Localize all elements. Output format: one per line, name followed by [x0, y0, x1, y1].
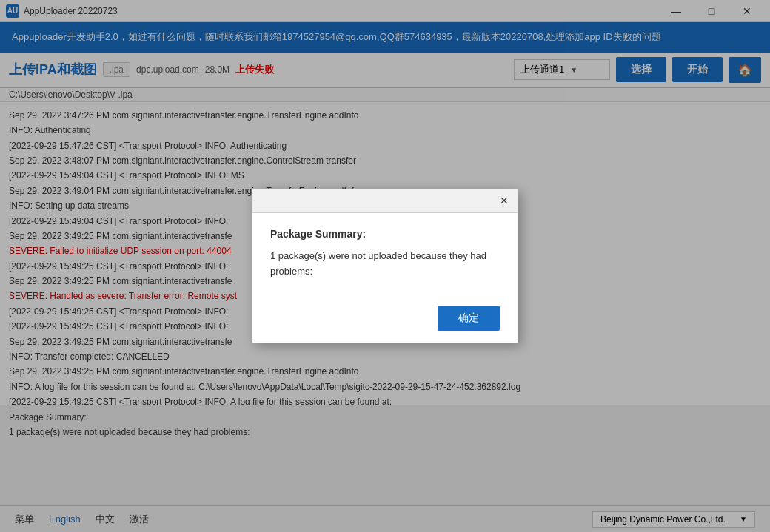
modal-body: Package Summary: 1 package(s) were not u…: [252, 213, 518, 306]
modal-overlay: ✕ Package Summary: 1 package(s) were not…: [0, 0, 770, 532]
modal-message: 1 package(s) were not uploaded because t…: [270, 249, 500, 280]
modal-dialog: ✕ Package Summary: 1 package(s) were not…: [252, 189, 518, 344]
modal-close-button[interactable]: ✕: [494, 192, 515, 209]
confirm-button[interactable]: 确定: [438, 306, 500, 331]
modal-titlebar: ✕: [252, 189, 518, 213]
modal-footer: 确定: [252, 306, 518, 343]
modal-title: Package Summary:: [270, 228, 500, 240]
